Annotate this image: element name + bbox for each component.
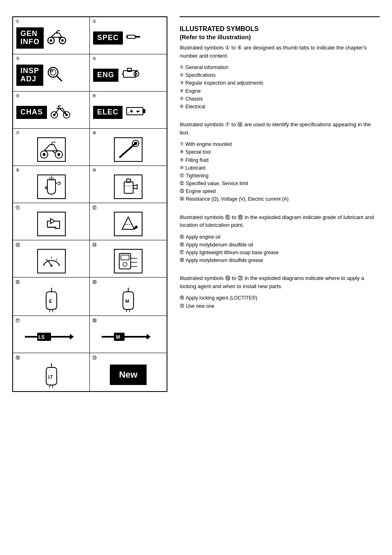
wrench-icon-2	[126, 29, 141, 47]
cell-4: ④ ENG	[90, 54, 167, 91]
filling-fluid-box-9	[37, 175, 66, 199]
cell-content-9	[16, 174, 86, 199]
symbols-grid: ① GENINFO	[12, 16, 167, 392]
engine-speed-box-13	[37, 249, 66, 273]
tab-label-2: SPEC	[93, 31, 123, 45]
list-3: ⑮Apply engine oil ⑯Apply molybdenum disu…	[180, 233, 380, 265]
list-item-2-5: ⑪Tightening	[180, 172, 380, 180]
cell-9: ⑨	[13, 166, 90, 203]
main-title: ILLUSTRATED SYMBOLS	[180, 25, 380, 33]
svg-line-45	[56, 259, 57, 260]
cell-5: ⑤ CHAS	[13, 92, 90, 128]
svg-point-51	[123, 262, 127, 266]
svg-text:LT: LT	[48, 375, 53, 379]
cell-number-4: ④	[92, 56, 96, 61]
list-item-1-6: ⑥Electrical	[180, 103, 380, 111]
symbol-row-10: ⑲ LT ⑳ New	[13, 353, 167, 391]
cell-15: ⑮ E	[13, 278, 90, 316]
cell-content-15: E	[16, 286, 86, 312]
tab-label-1: GENINFO	[16, 27, 44, 49]
svg-text:M: M	[125, 299, 129, 304]
svg-rect-23	[143, 109, 145, 113]
tab-label-4: ENG	[93, 69, 118, 82]
cell-number-14: ⑭	[92, 242, 97, 248]
cell-10: ⑩	[90, 166, 167, 203]
list-item-3-4: ⑱Apply molybdenum disulfide grease	[180, 257, 380, 264]
list-item-4-2: ⑳Use new one	[180, 302, 380, 310]
cell-number-20: ⑳	[92, 355, 97, 361]
cell-content-7	[16, 137, 86, 162]
svg-point-2	[56, 31, 58, 33]
cell-number-11: ⑪	[16, 205, 20, 211]
cell-number-6: ⑥	[92, 93, 96, 98]
cell-12: ⑫	[90, 203, 167, 240]
list-item-1-3: ③Regular inspection and adjustments	[180, 79, 380, 87]
bicycle-icon-5	[50, 103, 71, 122]
cell-number-8: ⑧	[92, 130, 96, 136]
tab-label-5: CHAS	[16, 106, 47, 119]
magnifier-icon-3	[47, 66, 63, 85]
svg-marker-61	[70, 334, 74, 340]
svg-point-4	[61, 39, 64, 42]
cell-1: ① GENINFO	[13, 17, 90, 54]
svg-text:–: –	[127, 110, 130, 115]
symbol-row-7: ⑬	[13, 240, 167, 278]
svg-marker-66	[147, 334, 151, 340]
list-item-3-3: ⑰Apply lightweight lithium-soap base gre…	[180, 249, 380, 257]
tightening-box-11	[37, 212, 66, 236]
svg-point-16	[136, 73, 137, 75]
symbol-row-9: ⑰ LS ⑱	[13, 316, 167, 353]
section-intro: ILLUSTRATED SYMBOLS (Refer to the illust…	[180, 25, 380, 111]
symbol-row-6: ⑪ ⑫	[13, 203, 167, 240]
service-limit-box-12	[114, 212, 143, 236]
cell-11: ⑪	[13, 203, 90, 240]
cell-content-2: SPEC	[93, 25, 163, 51]
list-item-1-5: ⑤Chassis	[180, 95, 380, 103]
cell-number-2: ②	[92, 19, 96, 24]
resistance-box-14	[114, 249, 143, 273]
symbol-row-3: ⑤ CHAS	[13, 92, 167, 129]
grease-bar-m-18: M	[102, 331, 155, 343]
list-1: ①General information ②Specifications ③Re…	[180, 64, 380, 111]
intro-text-2: Illustrated symbols ⑦ to ⑭ are used to i…	[180, 121, 380, 137]
special-tool-box-8	[114, 137, 143, 162]
lubricant-box-10	[114, 175, 143, 199]
new-box-20: New	[110, 365, 146, 385]
cell-content-12	[93, 211, 163, 237]
symbol-row-1: ① GENINFO	[13, 17, 167, 54]
intro-text-1: Illustrated symbols ① to ⑥ are designed …	[180, 44, 380, 60]
list-item-2-6: ⑫Specified value, Service limit	[180, 180, 380, 188]
list-item-2-8: ⑭Resistance (Ω), Voltage (V), Electric c…	[180, 195, 380, 203]
list-item-1-2: ②Specifications	[180, 72, 380, 79]
cell-number-17: ⑰	[16, 318, 20, 324]
cell-content-19: LT	[16, 361, 86, 388]
svg-point-21	[65, 114, 68, 116]
list-item-3-1: ⑮Apply engine oil	[180, 233, 380, 241]
svg-line-33	[120, 143, 136, 157]
list-4: ⑲Apply locking agent (LOCTITE®) ⑳Use new…	[180, 294, 380, 310]
cell-content-17: LS	[16, 324, 86, 349]
cell-content-13	[16, 248, 86, 274]
list-item-1-4: ④Engine	[180, 87, 380, 95]
svg-rect-37	[124, 182, 133, 193]
symbol-row-4: ⑦ ⑧	[13, 129, 167, 166]
svg-text:+: +	[136, 109, 139, 115]
cell-7: ⑦	[13, 129, 90, 166]
intro-text-4: Illustrated symbols ⑲ to ⑳ in the explod…	[180, 274, 380, 290]
symbol-row-2: ③ INSPADJ ④ ENG	[13, 54, 167, 92]
svg-point-48	[50, 264, 52, 266]
main-subtitle: (Refer to the illustration)	[180, 34, 380, 40]
svg-line-43	[46, 259, 47, 260]
cell-number-15: ⑮	[16, 279, 20, 285]
cell-content-8	[93, 137, 163, 162]
cell-8: ⑧	[90, 129, 167, 166]
svg-rect-50	[121, 255, 129, 260]
cell-number-1: ①	[16, 19, 20, 24]
section-2: Illustrated symbols ⑦ to ⑭ are used to i…	[180, 121, 380, 204]
cell-content-18: M	[93, 324, 163, 349]
engine-oil-icon-15: E	[41, 286, 62, 312]
cell-13: ⑬	[13, 240, 90, 277]
engine-icon-4	[122, 67, 140, 84]
right-panel: ILLUSTRATED SYMBOLS (Refer to the illust…	[176, 16, 380, 320]
list-item-3-2: ⑯Apply molybdenum disulfide oil	[180, 241, 380, 249]
